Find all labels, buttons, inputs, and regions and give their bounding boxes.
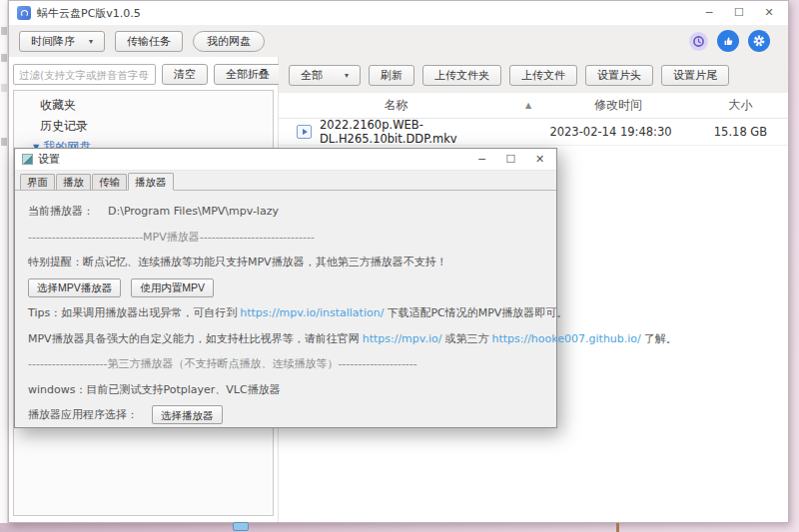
mpv-section-separator: -----------------------------MPV播放器-----… xyxy=(28,225,543,251)
file-modified: 2023-02-14 19:48:30 xyxy=(528,125,693,139)
my-drive-button[interactable]: 我的网盘 xyxy=(193,31,265,52)
gear-icon[interactable] xyxy=(748,30,770,52)
set-outro-button[interactable]: 设置片尾 xyxy=(661,65,729,86)
sidebar-item-history[interactable]: 历史记录 xyxy=(14,116,273,137)
titlebar: 蜗牛云盘PC版v1.0.5 ─ ☐ ✕ xyxy=(9,1,788,25)
app-icon xyxy=(17,6,31,20)
history-icon[interactable] xyxy=(689,32,708,51)
wallpaper-mark xyxy=(616,523,619,532)
table-row[interactable]: 2022.2160p.WEB-DL.H265.10bit.DDP.mkv 202… xyxy=(279,119,788,146)
set-intro-button[interactable]: 设置片头 xyxy=(585,65,653,86)
settings-dialog-icon xyxy=(22,154,33,165)
mpv-info-text: MPV播放器具备强大的自定义能力，如支持杜比视界等，请前往官网 xyxy=(28,331,360,346)
sort-asc-icon[interactable]: ▲ xyxy=(513,101,543,110)
chevron-down-icon: ▾ xyxy=(345,69,349,82)
refresh-button[interactable]: 刷新 xyxy=(369,65,414,86)
file-name: 2022.2160p.WEB-DL.H265.10bit.DDP.mkv xyxy=(320,118,528,146)
tips-text: Tips：如果调用播放器出现异常，可自行到 xyxy=(28,305,237,320)
sort-order-label: 时间降序 xyxy=(31,35,75,48)
tab-playback[interactable]: 播放 xyxy=(56,174,91,190)
file-size: 15.18 GB xyxy=(693,125,788,139)
sort-order-dropdown[interactable]: 时间降序 ▾ xyxy=(19,31,105,52)
current-player-label: 当前播放器： xyxy=(28,204,94,219)
dialog-minimize-button[interactable]: ─ xyxy=(467,150,496,170)
choose-player-button[interactable]: 选择播放器 xyxy=(152,405,223,424)
use-builtin-mpv-button[interactable]: 使用内置MPV xyxy=(131,278,214,297)
video-file-icon xyxy=(297,125,312,139)
collapse-all-button[interactable]: 全部折叠 xyxy=(214,64,282,85)
chevron-down-icon: ▾ xyxy=(89,35,93,48)
dialog-titlebar: 设置 ─ ☐ ✕ xyxy=(15,149,556,171)
table-header: 名称 ▲ 修改时间 大小 xyxy=(279,93,788,119)
column-modified[interactable]: 修改时间 xyxy=(543,97,693,114)
mpv-info-middle: 或第三方 xyxy=(444,331,488,346)
sidebar-item-favorites[interactable]: 收藏夹 xyxy=(14,95,273,116)
settings-tabs: 界面 播放 传输 播放器 xyxy=(15,171,556,191)
mpv-reminder-text: 特别提醒：断点记忆、连续播放等功能只支持MPV播放器，其他第三方播放器不支持！ xyxy=(28,250,543,275)
column-size[interactable]: 大小 xyxy=(693,97,788,114)
choose-mpv-player-button[interactable]: 选择MPV播放器 xyxy=(28,278,121,297)
tab-player[interactable]: 播放器 xyxy=(128,173,174,191)
mpv-site-link[interactable]: https://mpv.io/ xyxy=(363,332,442,345)
settings-dialog: 设置 ─ ☐ ✕ 界面 播放 传输 播放器 当前播放器： D:\Program … xyxy=(14,148,557,428)
upload-file-button[interactable]: 上传文件 xyxy=(509,65,577,86)
background-window-sliver xyxy=(0,0,8,523)
file-type-label: 全部 xyxy=(301,69,323,82)
filter-input[interactable] xyxy=(13,64,156,85)
window-title: 蜗牛云盘PC版v1.0.5 xyxy=(37,6,694,21)
player-select-label: 播放器应用程序选择： xyxy=(28,407,138,422)
transfer-tasks-button[interactable]: 传输任务 xyxy=(115,31,183,52)
taskbar-chip xyxy=(233,522,249,531)
tab-transfer[interactable]: 传输 xyxy=(92,174,127,190)
tips-text-suffix: 下载适配PC情况的MPV播放器即可。 xyxy=(387,305,567,320)
dialog-maximize-button[interactable]: ☐ xyxy=(496,150,525,170)
dialog-title: 设置 xyxy=(38,152,467,167)
clear-filter-button[interactable]: 清空 xyxy=(162,64,208,85)
third-party-separator: --------------------第三方播放器（不支持断点播放、连续播放等… xyxy=(28,351,543,377)
windows-support-text: windows：目前已测试支持Potplayer、VLC播放器 xyxy=(28,377,543,403)
mpv-installation-link[interactable]: https://mpv.io/installation/ xyxy=(240,306,384,319)
mpv-info-suffix: 了解。 xyxy=(644,331,677,346)
top-toolbar: 时间降序 ▾ 传输任务 我的网盘 xyxy=(9,25,788,57)
current-player-path: D:\Program Files\MPV\mpv-lazy xyxy=(108,205,279,218)
hooke007-link[interactable]: https://hooke007.github.io/ xyxy=(491,332,640,345)
upload-folder-button[interactable]: 上传文件夹 xyxy=(422,65,501,86)
settings-content: 当前播放器： D:\Program Files\MPV\mpv-lazy ---… xyxy=(15,191,556,428)
file-toolbar: 全部 ▾ 刷新 上传文件夹 上传文件 设置片头 设置片尾 xyxy=(279,57,788,93)
minimize-button[interactable]: ─ xyxy=(694,2,724,24)
thumbs-up-icon[interactable] xyxy=(717,30,739,52)
column-name[interactable]: 名称 xyxy=(279,97,513,114)
maximize-button[interactable]: ☐ xyxy=(724,2,754,24)
tab-interface[interactable]: 界面 xyxy=(20,174,55,190)
dialog-close-button[interactable]: ✕ xyxy=(525,150,554,170)
file-type-dropdown[interactable]: 全部 ▾ xyxy=(289,65,361,86)
close-button[interactable]: ✕ xyxy=(754,2,784,24)
